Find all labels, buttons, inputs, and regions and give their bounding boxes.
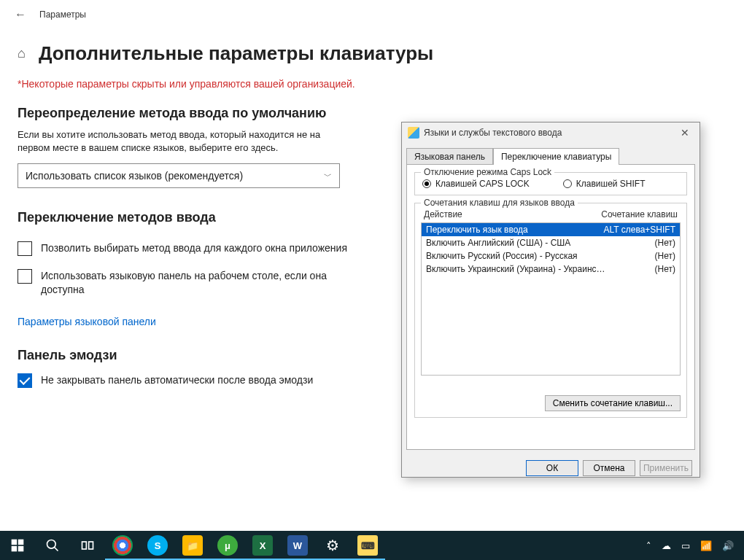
tray-wifi-icon[interactable]: 📶 bbox=[700, 540, 712, 551]
home-icon[interactable]: ⌂ bbox=[18, 46, 26, 61]
shortcut-row[interactable]: Включить Русский (Россия) - Русская (Нет… bbox=[422, 249, 680, 262]
close-icon[interactable]: ✕ bbox=[676, 127, 694, 139]
page-title: Дополнительные параметры клавиатуры bbox=[39, 42, 433, 65]
col-combo: Сочетание клавиш bbox=[601, 209, 678, 219]
checkbox-lang-bar-label: Использовать языковую панель на рабочем … bbox=[41, 269, 363, 297]
tab-language-bar[interactable]: Языковая панель bbox=[406, 148, 493, 165]
tray-onedrive-icon[interactable]: ☁ bbox=[662, 540, 671, 551]
back-icon[interactable]: ← bbox=[15, 8, 26, 21]
taskbar-app-excel[interactable]: X bbox=[245, 531, 280, 560]
capslock-group-title: Отключение режима Caps Lock bbox=[421, 167, 554, 177]
radio-dot-icon bbox=[422, 179, 431, 188]
svg-rect-3 bbox=[18, 546, 24, 552]
tray-battery-icon[interactable]: ▭ bbox=[681, 540, 690, 551]
radio-capslock[interactable]: Клавишей CAPS LOCK bbox=[422, 179, 530, 189]
shortcuts-group-title: Сочетания клавиш для языков ввода bbox=[421, 198, 578, 208]
lang-bar-options-link[interactable]: Параметры языковой панели bbox=[18, 316, 156, 327]
svg-line-5 bbox=[55, 548, 58, 551]
taskbar: S 📁 μ X W ⚙ ⌨ ˄ ☁ ▭ 📶 🔊 bbox=[0, 531, 744, 560]
checkbox-emoji-autoclose[interactable] bbox=[18, 373, 32, 388]
dialog-title: Языки и службы текстового ввода bbox=[424, 128, 562, 138]
checkbox-lang-bar[interactable] bbox=[18, 269, 32, 284]
svg-rect-7 bbox=[89, 542, 93, 549]
dialog-icon bbox=[408, 127, 419, 139]
taskbar-app-chrome[interactable] bbox=[105, 531, 140, 560]
taskbar-app-explorer[interactable]: 📁 bbox=[175, 531, 210, 560]
tray-chevron-up-icon[interactable]: ˄ bbox=[646, 540, 651, 551]
task-view-icon[interactable] bbox=[70, 531, 105, 560]
shortcut-list[interactable]: Переключить язык ввода ALT слева+SHIFT В… bbox=[421, 222, 681, 376]
svg-point-4 bbox=[47, 540, 56, 549]
shortcut-row[interactable]: Переключить язык ввода ALT слева+SHIFT bbox=[422, 223, 680, 236]
col-action: Действие bbox=[424, 209, 462, 219]
dropdown-value: Использовать список языков (рекомендуетс… bbox=[26, 170, 243, 182]
taskbar-app-word[interactable]: W bbox=[280, 531, 315, 560]
window-title: Параметры bbox=[39, 9, 86, 20]
ok-button[interactable]: ОК bbox=[526, 460, 578, 476]
shortcut-row[interactable]: Включить Украинский (Украина) - Украинск… bbox=[422, 262, 680, 276]
override-text: Если вы хотите использовать метод ввода,… bbox=[18, 128, 338, 155]
radio-shift[interactable]: Клавишей SHIFT bbox=[563, 179, 646, 189]
tab-keyboard-switch[interactable]: Переключение клавиатуры bbox=[493, 148, 619, 165]
input-method-dropdown[interactable]: Использовать список языков (рекомендуетс… bbox=[18, 163, 340, 188]
start-button[interactable] bbox=[0, 531, 35, 560]
org-warning: *Некоторые параметры скрыты или управляю… bbox=[18, 78, 726, 90]
taskbar-app-utorrent[interactable]: μ bbox=[210, 531, 245, 560]
checkbox-emoji-autoclose-label: Не закрывать панель автоматически после … bbox=[41, 373, 313, 387]
text-services-dialog: Языки и службы текстового ввода ✕ Языков… bbox=[401, 122, 700, 478]
checkbox-per-window-label: Позволить выбирать метод ввода для каждо… bbox=[41, 241, 347, 255]
taskbar-app-keyboard[interactable]: ⌨ bbox=[350, 531, 385, 560]
tray-volume-icon[interactable]: 🔊 bbox=[722, 540, 734, 551]
system-tray[interactable]: ˄ ☁ ▭ 📶 🔊 bbox=[646, 540, 744, 551]
chevron-down-icon: ﹀ bbox=[324, 171, 332, 182]
apply-button[interactable]: Применить bbox=[640, 460, 692, 476]
change-shortcut-button[interactable]: Сменить сочетание клавиш... bbox=[545, 395, 681, 411]
svg-rect-1 bbox=[18, 540, 24, 545]
override-heading: Переопределение метода ввода по умолчани… bbox=[18, 106, 726, 121]
radio-capslock-label: Клавишей CAPS LOCK bbox=[435, 179, 530, 189]
taskbar-app-settings[interactable]: ⚙ bbox=[315, 531, 350, 560]
radio-dot-icon bbox=[563, 179, 572, 188]
svg-rect-0 bbox=[12, 540, 18, 545]
svg-rect-2 bbox=[12, 546, 18, 552]
svg-rect-6 bbox=[82, 542, 87, 549]
taskbar-app-skype[interactable]: S bbox=[140, 531, 175, 560]
shortcut-row[interactable]: Включить Английский (США) - США (Нет) bbox=[422, 236, 680, 249]
checkbox-per-window[interactable] bbox=[18, 241, 32, 256]
radio-shift-label: Клавишей SHIFT bbox=[576, 179, 646, 189]
search-icon[interactable] bbox=[35, 531, 70, 560]
cancel-button[interactable]: Отмена bbox=[583, 460, 635, 476]
